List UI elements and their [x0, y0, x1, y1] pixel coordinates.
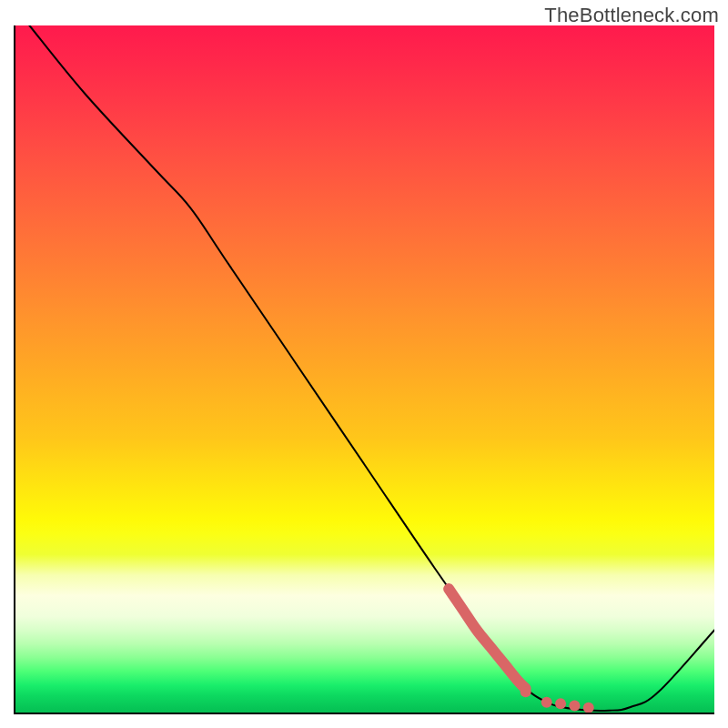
plot-area: [14, 25, 714, 714]
watermark-text: TheBottleneck.com: [544, 4, 719, 27]
highlight-red-segment: [449, 589, 525, 688]
chart-container: TheBottleneck.com: [0, 0, 728, 728]
highlight-dot: [569, 700, 580, 711]
highlight-dot: [583, 703, 594, 713]
highlight-dots: [521, 686, 594, 713]
bottleneck-curve: [29, 25, 714, 711]
highlight-dot: [541, 697, 552, 708]
chart-svg: [15, 25, 714, 713]
highlight-dot: [521, 686, 531, 697]
highlight-dot: [555, 698, 566, 709]
